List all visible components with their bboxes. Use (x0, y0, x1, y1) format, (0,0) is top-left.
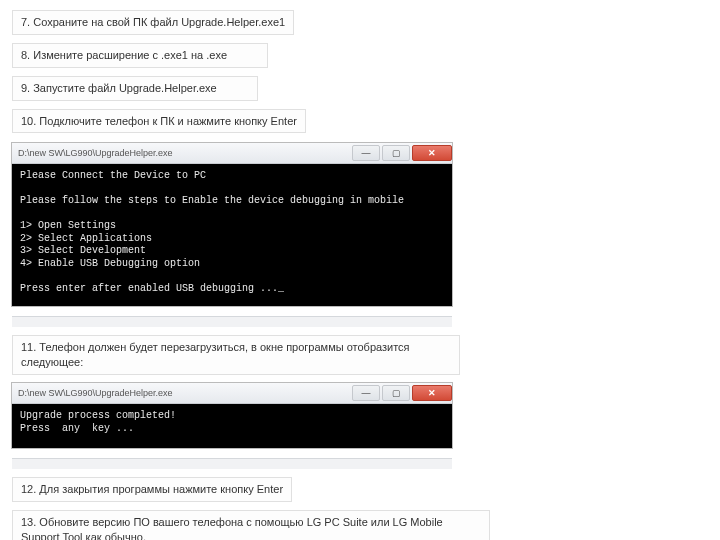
console-output: Please Connect the Device to PC Please f… (12, 164, 452, 306)
close-button[interactable]: ✕ (412, 145, 452, 161)
step-7: 7. Сохраните на свой ПК файл Upgrade.Hel… (12, 10, 294, 35)
minimize-button[interactable]: — (352, 385, 380, 401)
maximize-button[interactable]: ▢ (382, 385, 410, 401)
step-8: 8. Измените расширение с .exe1 на .exe (12, 43, 268, 68)
step-13: 13. Обновите версию ПО вашего телефона с… (12, 510, 490, 540)
console-window-1: D:\new SW\LG990\UpgradeHelper.exe — ▢ ✕ … (12, 143, 452, 306)
titlebar[interactable]: D:\new SW\LG990\UpgradeHelper.exe — ▢ ✕ (12, 383, 452, 404)
shadow-strip (12, 316, 452, 327)
titlebar[interactable]: D:\new SW\LG990\UpgradeHelper.exe — ▢ ✕ (12, 143, 452, 164)
step-11: 11. Телефон должен будет перезагрузиться… (12, 335, 460, 375)
maximize-button[interactable]: ▢ (382, 145, 410, 161)
window-buttons: — ▢ ✕ (352, 385, 452, 401)
step-12: 12. Для закрытия программы нажмите кнопк… (12, 477, 292, 502)
console-output: Upgrade process completed! Press any key… (12, 404, 452, 448)
step-9: 9. Запустите файл Upgrade.Helper.exe (12, 76, 258, 101)
shadow-strip (12, 458, 452, 469)
window-title: D:\new SW\LG990\UpgradeHelper.exe (18, 387, 173, 399)
minimize-button[interactable]: — (352, 145, 380, 161)
window-title: D:\new SW\LG990\UpgradeHelper.exe (18, 147, 173, 159)
close-button[interactable]: ✕ (412, 385, 452, 401)
console-window-2: D:\new SW\LG990\UpgradeHelper.exe — ▢ ✕ … (12, 383, 452, 448)
step-10: 10. Подключите телефон к ПК и нажмите кн… (12, 109, 306, 134)
window-buttons: — ▢ ✕ (352, 145, 452, 161)
